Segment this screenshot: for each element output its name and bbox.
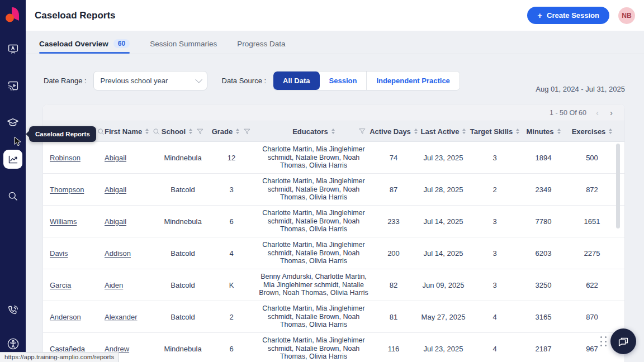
first_name-link[interactable]: Aiden [105, 281, 123, 289]
drag-handle-icon[interactable] [600, 336, 607, 347]
segment-all-data[interactable]: All Data [273, 72, 319, 90]
filter-icon[interactable] [358, 128, 366, 135]
tab-caseload-overview[interactable]: Caseload Overview 60 [39, 39, 130, 54]
column-label: Minutes [526, 127, 553, 136]
caseload-table-card: 1 - 50 Of 60 ‹ › Last NameFirst NameScho… [42, 104, 625, 362]
cell-active_days: 87 [370, 174, 418, 205]
sort-icon[interactable] [189, 128, 192, 134]
last_name-link[interactable]: Williams [50, 217, 77, 226]
sort-icon[interactable] [236, 128, 239, 134]
cell-last_name[interactable]: Garcia [43, 269, 105, 301]
search-icon[interactable] [97, 128, 105, 135]
pagination-next-icon[interactable]: › [608, 108, 614, 117]
column-header-last_active[interactable]: Last Active [418, 121, 469, 141]
chat-button[interactable] [610, 328, 636, 354]
accessibility-icon[interactable] [3, 334, 22, 353]
pagination-prev-icon[interactable]: ‹ [594, 108, 600, 117]
column-header-first_name[interactable]: First Name [105, 121, 160, 141]
cell-last_name[interactable]: Anderson [43, 301, 105, 332]
cell-first_name[interactable]: Alexander [105, 301, 160, 332]
column-header-exercises[interactable]: Exercises [566, 121, 618, 141]
column-header-target_skills[interactable]: Target Skills [469, 121, 520, 141]
tab-progress-data[interactable]: Progress Data [237, 39, 285, 54]
cell-active_days: 233 [370, 206, 418, 237]
cell-first_name[interactable]: Addison [105, 237, 160, 269]
phone-icon[interactable] [3, 301, 22, 320]
cell-target_skills: 4 [469, 333, 520, 362]
last_name-link[interactable]: Garcia [50, 281, 71, 289]
sort-icon[interactable] [462, 128, 466, 134]
filter-icon[interactable] [243, 128, 251, 135]
cell-first_name[interactable]: Abigail [105, 174, 160, 205]
cell-last_name[interactable]: Davis [43, 237, 105, 269]
date-range-dropdown[interactable]: Previous school year [93, 71, 207, 90]
filter-icon[interactable] [196, 128, 204, 135]
column-header-grade[interactable]: Grade [205, 121, 258, 141]
cell-first_name[interactable]: Abigail [105, 142, 160, 173]
cell-last_active: Jul 14, 2025 [418, 206, 469, 237]
column-header-school[interactable]: School [160, 121, 205, 141]
table-scrollbar[interactable] [616, 144, 620, 228]
table-row: CastañedaAndrewMindnebula6Charlotte Mart… [43, 333, 624, 362]
last_name-link[interactable]: Davis [50, 249, 68, 258]
cell-target_skills: 3 [469, 269, 520, 301]
first_name-link[interactable]: Abigail [105, 185, 126, 194]
column-header-active_days[interactable]: Active Days [370, 121, 418, 141]
cast-icon[interactable] [3, 76, 22, 95]
last_name-link[interactable]: Anderson [50, 313, 81, 321]
create-session-button[interactable]: + Create Session [527, 7, 609, 24]
amplio-logo-icon[interactable] [4, 6, 22, 27]
search-icon[interactable] [153, 128, 160, 135]
sort-icon[interactable] [557, 128, 561, 134]
cell-last_name[interactable]: Thompson [43, 174, 105, 205]
first_name-link[interactable]: Alexander [105, 313, 138, 321]
monitor-check-icon[interactable] [3, 39, 22, 58]
last_name-link[interactable]: Thompson [50, 185, 84, 194]
line-chart-icon[interactable] [3, 150, 22, 169]
cell-minutes: 3165 [520, 301, 566, 332]
cell-first_name[interactable]: Abigail [105, 206, 160, 237]
sort-icon[interactable] [145, 128, 149, 134]
chat-bubbles-icon [617, 335, 629, 347]
avatar[interactable]: NB [618, 7, 635, 24]
segment-independent-practice[interactable]: Independent Practice [366, 72, 459, 90]
segment-session[interactable]: Session [320, 72, 367, 90]
mouse-cursor [14, 136, 22, 149]
cell-minutes: 2187 [520, 333, 566, 362]
cell-active_days: 81 [370, 301, 418, 332]
cell-exercises: 1651 [566, 206, 618, 237]
cell-educators: Charlotte Martin, Mia Jinglehimer schmid… [258, 174, 370, 205]
graduation-cap-icon[interactable] [3, 113, 22, 132]
first_name-link[interactable]: Abigail [105, 154, 126, 162]
cell-last_active: Jul 28, 2025 [418, 174, 469, 205]
plus-icon: + [537, 11, 542, 20]
first_name-link[interactable]: Abigail [105, 217, 126, 226]
cell-educators: Charlotte Martin, Mia Jinglehimer schmid… [258, 333, 370, 362]
sort-icon[interactable] [414, 128, 418, 134]
last_name-link[interactable]: Robinson [50, 154, 80, 162]
sort-icon[interactable] [516, 128, 519, 134]
column-header-minutes[interactable]: Minutes [520, 121, 566, 141]
create-session-label: Create Session [547, 11, 599, 20]
sort-icon[interactable] [332, 128, 335, 134]
cell-active_days: 74 [370, 142, 418, 173]
cell-school: Batcold [160, 301, 205, 332]
column-header-educators[interactable]: Educators [258, 121, 370, 141]
cell-minutes: 7780 [520, 206, 566, 237]
cell-last_name[interactable]: Williams [43, 206, 105, 237]
table-row: GarciaAidenBatcoldKBenny Amdurski, Charl… [43, 269, 624, 301]
tab-session-summaries[interactable]: Session Summaries [150, 39, 217, 54]
cell-educators: Charlotte Martin, Mia Jinglehimer schmid… [258, 237, 370, 269]
tab-count-badge: 60 [113, 39, 130, 48]
cell-school: Mindnebula [160, 142, 205, 173]
date-range-value: Previous school year [101, 77, 168, 85]
cell-target_skills: 3 [469, 237, 520, 269]
search-icon[interactable] [3, 187, 22, 206]
cell-first_name[interactable]: Aiden [105, 269, 160, 301]
tab-label: Caseload Overview [39, 40, 108, 48]
cell-last_name[interactable]: Robinson [43, 142, 105, 173]
first_name-link[interactable]: Addison [105, 249, 131, 258]
cell-last_active: Jul 23, 2025 [418, 142, 469, 173]
sort-icon[interactable] [609, 128, 612, 134]
column-label: Target Skills [470, 127, 513, 136]
